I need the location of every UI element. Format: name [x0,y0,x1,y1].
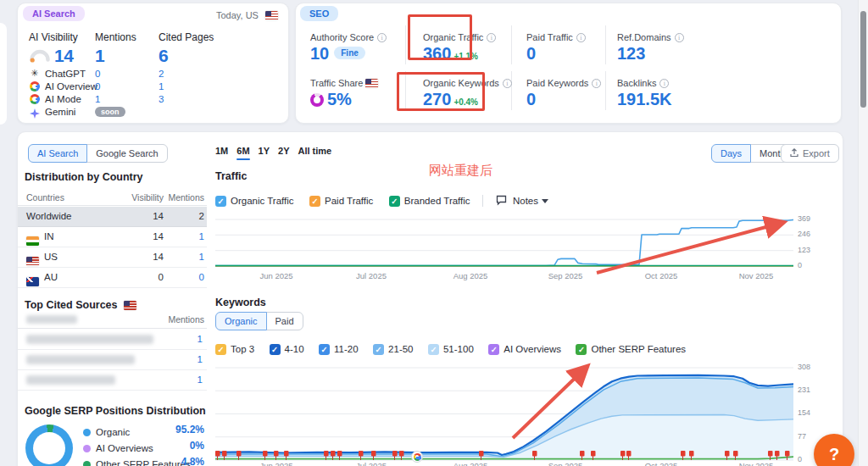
serp-donut-chart[interactable] [25,424,73,466]
range-1y[interactable]: 1Y [259,144,270,160]
cited-source-row[interactable]: 1 [18,350,207,370]
engine-cited[interactable]: 3 [159,94,164,104]
ai-search-badge: AI Search [23,6,85,21]
info-icon[interactable]: i [675,33,684,42]
date-scope-label: Today, US [216,10,259,20]
checkbox-paid-traffic[interactable] [309,196,320,207]
country-visibility: 14 [153,211,164,221]
axis-tick-label: Jul 2025 [346,461,397,466]
info-icon[interactable]: i [592,79,601,88]
serp-legend-other-serp: Other SERP Features 4.8% [83,456,204,466]
info-icon[interactable]: i [487,33,496,42]
tab-organic[interactable]: Organic [215,312,267,330]
metric-value: 5% [327,90,352,108]
help-button[interactable]: ? [814,434,854,466]
axis-tick-label: Oct 2025 [636,461,687,466]
blurred-domain [26,375,115,385]
visibility-gauge-icon [29,48,51,66]
granularity-days[interactable]: Days [711,144,751,163]
info-icon[interactable]: i [659,79,669,88]
legend-label[interactable]: Paid Traffic [325,196,373,206]
engine-label: Gemini [45,107,75,117]
export-button[interactable]: Export [781,144,839,163]
legend-label[interactable]: 4-10 [285,344,304,354]
legend-label[interactable]: Organic Traffic [231,196,294,206]
country-mentions: 0 [199,272,204,282]
checkbox-11-20[interactable] [319,344,330,355]
metric-value[interactable]: 123 [617,44,645,63]
engine-label: ChatGPT [45,69,86,79]
checkbox-branded-traffic[interactable] [389,196,400,207]
metric-value[interactable]: 191.5K [617,90,672,108]
scrollbar-thumb[interactable] [860,11,866,108]
engine-mentions[interactable]: 0 [95,69,100,79]
axis-tick-label: 77 [798,432,806,441]
checkbox-other-serp[interactable] [576,344,587,355]
axis-tick-label: Jul 2025 [346,271,397,280]
legend-label[interactable]: 11-20 [334,344,359,354]
legend-label[interactable]: 21-50 [388,344,413,354]
axis-tick-label: Sep 2025 [540,461,591,466]
highlight-box-organic-traffic [408,14,472,60]
metric-label: Paid Keywords [526,78,588,88]
engine-row-chatgpt: ✳ ChatGPT 0 2 [31,69,276,81]
checkbox-51-100[interactable] [428,344,439,355]
legend-label[interactable]: Other SERP Features [591,344,686,354]
engine-cited[interactable]: 2 [159,69,164,79]
legend-label[interactable]: 51-100 [443,344,474,354]
blurred-header [26,315,77,324]
checkbox-organic-traffic[interactable] [215,196,226,207]
country-row-in[interactable]: IN 14 1 [18,227,207,247]
engine-mentions[interactable]: 1 [95,94,100,104]
legend-dot [83,445,91,452]
cited-source-row[interactable]: 1 [18,330,207,350]
engine-cited[interactable]: 1 [159,81,164,92]
engine-label: AI Mode [45,94,81,104]
serp-legend-ai-overviews: AI Overviews 0% [83,440,204,455]
cited-source-row[interactable]: 1 [18,370,207,391]
main-report-card: AI Search Google Search 1M 6M 1Y 2Y All … [17,131,843,466]
range-1m[interactable]: 1M [215,144,228,160]
google-axis-marker-icon[interactable] [411,451,423,463]
export-label: Export [803,148,830,158]
checkbox-21-50[interactable] [373,344,384,355]
checkbox-top3[interactable] [215,344,226,355]
us-flag-icon [365,79,378,88]
range-6m[interactable]: 6M [236,144,249,160]
keywords-arrow-annotation [503,356,604,445]
checkbox-ai-overviews[interactable] [488,344,499,355]
chatgpt-icon: ✳ [31,68,38,79]
highlight-box-organic-keywords [397,72,485,111]
in-flag-icon [26,236,39,246]
range-2y[interactable]: 2Y [278,144,289,160]
country-row-au[interactable]: AU 0 0 [18,268,207,288]
legend-label: Organic [96,427,130,437]
info-icon[interactable]: i [503,79,512,88]
au-flag-icon [26,277,39,286]
traffic-share-ring-icon [310,93,324,107]
legend-label[interactable]: AI Overviews [504,344,561,354]
engine-mentions[interactable]: 0 [95,81,100,92]
col-ai-visibility: AI Visibility [29,31,78,43]
tab-ai-search[interactable]: AI Search [28,144,87,163]
range-tabs: 1M 6M 1Y 2Y All time [215,144,331,160]
mentions-value: 1 [95,46,104,66]
metric-value[interactable]: 0 [526,90,536,108]
legend-label[interactable]: Top 3 [231,344,254,354]
metric-value[interactable]: 0 [526,44,536,63]
col-mentions: Mentions [168,314,204,325]
metric-paid-keywords: Paid Keywordsi 0 [526,75,601,109]
country-row-worldwide[interactable]: Worldwide 14 2 [18,207,207,227]
info-icon[interactable]: i [377,33,387,42]
tab-google-search[interactable]: Google Search [86,144,167,163]
info-icon[interactable]: i [576,33,586,42]
legend-label[interactable]: Branded Traffic [404,196,470,206]
google-icon [30,94,40,104]
checkbox-4-10[interactable] [270,344,281,355]
country-row-us[interactable]: US 14 1 [18,247,207,268]
notes-dropdown[interactable]: Notes [513,196,538,206]
range-all-time[interactable]: All time [298,144,332,160]
soon-badge: soon [95,107,125,117]
tab-paid[interactable]: Paid [266,312,303,330]
country-mentions: 1 [199,252,204,262]
